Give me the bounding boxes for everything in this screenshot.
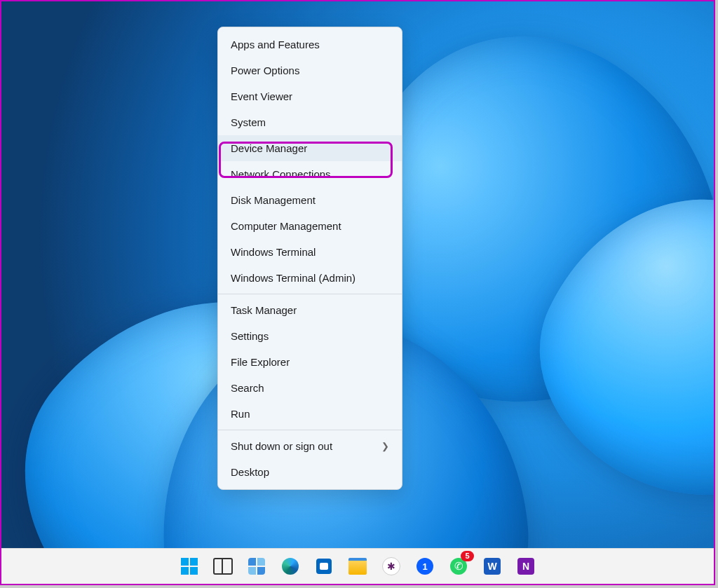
- menu-item-label: Windows Terminal (Admin): [231, 272, 355, 284]
- onenote-icon: N: [517, 558, 534, 575]
- slack-button[interactable]: ✱: [379, 554, 404, 579]
- menu-item-search[interactable]: Search: [218, 375, 402, 401]
- menu-item-label: Run: [231, 408, 250, 420]
- menu-item-run[interactable]: Run: [218, 401, 402, 427]
- menu-item-shut-down[interactable]: Shut down or sign out❯: [218, 433, 402, 459]
- whatsapp-button[interactable]: ✆5: [446, 554, 471, 579]
- explorer-icon: [348, 558, 367, 575]
- menu-item-task-manager[interactable]: Task Manager: [218, 297, 402, 323]
- menu-item-label: Search: [231, 382, 264, 394]
- menu-item-file-explorer[interactable]: File Explorer: [218, 349, 402, 375]
- menu-item-settings[interactable]: Settings: [218, 323, 402, 349]
- menu-item-device-manager[interactable]: Device Manager: [218, 135, 402, 161]
- menu-item-label: Device Manager: [231, 142, 307, 154]
- menu-item-system[interactable]: System: [218, 109, 402, 135]
- word-button[interactable]: W: [480, 554, 505, 579]
- menu-item-computer-management[interactable]: Computer Management: [218, 213, 402, 239]
- menu-item-label: Power Options: [231, 64, 299, 76]
- menu-item-label: Network Connections: [231, 168, 331, 180]
- menu-item-label: File Explorer: [231, 356, 290, 368]
- word-icon: W: [484, 558, 501, 575]
- taskview-icon: [213, 558, 233, 575]
- edge-icon: [282, 558, 299, 575]
- menu-item-windows-terminal-admin[interactable]: Windows Terminal (Admin): [218, 265, 402, 291]
- menu-item-label: Disk Management: [231, 194, 316, 206]
- menu-item-event-viewer[interactable]: Event Viewer: [218, 83, 402, 109]
- file-explorer-button[interactable]: [345, 554, 370, 579]
- slack-icon: ✱: [382, 557, 400, 575]
- menu-item-apps-features[interactable]: Apps and Features: [218, 32, 402, 57]
- taskbar: ✱1✆5WN: [1, 548, 714, 584]
- menu-item-disk-management[interactable]: Disk Management: [218, 187, 402, 213]
- menu-item-label: Computer Management: [231, 220, 341, 232]
- menu-item-label: Shut down or sign out: [231, 440, 332, 452]
- widgets-icon: [248, 558, 265, 575]
- widgets-button[interactable]: [244, 554, 269, 579]
- chevron-right-icon: ❯: [381, 441, 389, 451]
- store-icon: [316, 559, 332, 574]
- winx-context-menu: Apps and FeaturesPower OptionsEvent View…: [217, 27, 402, 490]
- menu-item-network-connections[interactable]: Network Connections: [218, 161, 402, 187]
- onenote-button[interactable]: N: [513, 554, 538, 579]
- task-view-button[interactable]: [210, 554, 236, 579]
- menu-item-label: Event Viewer: [231, 90, 292, 102]
- menu-item-label: Apps and Features: [231, 39, 320, 50]
- menu-item-label: Task Manager: [231, 304, 297, 316]
- microsoft-store-button[interactable]: [311, 554, 337, 579]
- menu-item-desktop[interactable]: Desktop: [218, 459, 402, 485]
- menu-item-windows-terminal[interactable]: Windows Terminal: [218, 239, 402, 265]
- start-button[interactable]: [177, 554, 202, 579]
- onepassword-icon: 1: [416, 558, 433, 575]
- menu-item-label: Desktop: [231, 466, 269, 478]
- 1password-button[interactable]: 1: [412, 554, 438, 579]
- menu-item-label: Windows Terminal: [231, 246, 316, 258]
- menu-item-label: Settings: [231, 330, 269, 342]
- screenshot-frame: Apps and FeaturesPower OptionsEvent View…: [0, 0, 715, 585]
- notification-badge: 5: [461, 551, 474, 561]
- menu-separator: [218, 430, 402, 430]
- start-icon: [181, 558, 198, 575]
- menu-item-label: System: [231, 116, 266, 128]
- edge-button[interactable]: [278, 554, 303, 579]
- menu-separator: [218, 294, 402, 294]
- menu-item-power-options[interactable]: Power Options: [218, 57, 402, 83]
